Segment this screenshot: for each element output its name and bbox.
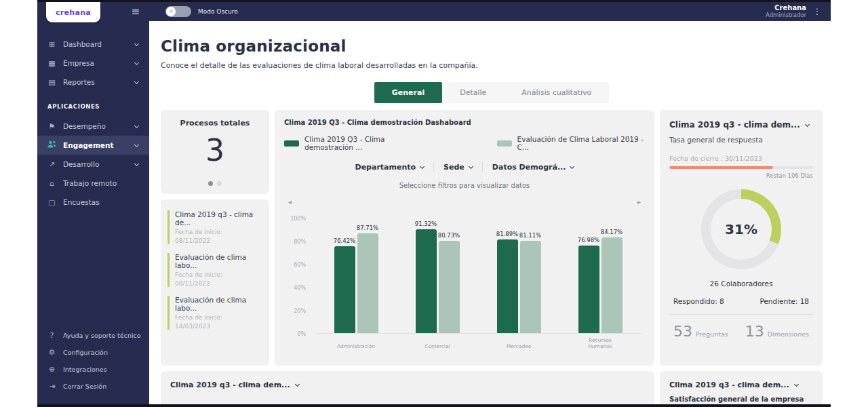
topbar: ☼ Modo Oscuro Crehana Administrador ⋮ <box>149 2 831 21</box>
process-title: Clima 2019 q3 - clima de... <box>175 210 262 227</box>
chevron-down-icon <box>134 142 139 147</box>
sidebar-item-trabajo-remoto[interactable]: ⌂ Trabajo remoto <box>37 174 149 193</box>
sidebar-item-label: Cerrar Sesión <box>63 383 106 390</box>
process-date-label: Fecha de inicio: <box>175 314 262 321</box>
procesos-totales-card: Procesos totales 3 <box>161 110 269 194</box>
sidebar-item-label: Configuración <box>63 349 108 356</box>
sidebar-item-reportes[interactable]: ▤ Reportes <box>37 73 149 92</box>
chart-filters: Departamento Sede Datos Demográ... <box>284 161 645 172</box>
chevron-down-icon <box>570 163 574 168</box>
collaborators-label: 26 Colaboradores <box>669 279 813 288</box>
app-frame: crehana ≡ ⊞ Dashboard ▦ Empresa ▤ Report… <box>37 0 831 407</box>
legend-item: Clima 2019 Q3 - Clima demostración ... <box>284 135 433 151</box>
sidebar: crehana ≡ ⊞ Dashboard ▦ Empresa ▤ Report… <box>37 2 149 404</box>
sidebar-item-label: Ayuda y soporte técnico <box>63 332 141 339</box>
sidebar-item-label: Reportes <box>63 78 95 86</box>
chevron-down-icon <box>134 41 139 46</box>
bar: 76.98% <box>578 246 599 333</box>
bar-value-label: 81.89% <box>496 231 518 237</box>
tab-detalle[interactable]: Detalle <box>442 82 504 103</box>
sidebar-item-dashboard[interactable]: ⊞ Dashboard <box>37 35 149 54</box>
flag-icon: ⚑ <box>47 122 56 131</box>
filter-sede[interactable]: Sede <box>443 163 473 172</box>
carousel-next-icon[interactable]: ▸ <box>637 198 641 206</box>
sidebar-item-desarrollo[interactable]: ↗ Desarrollo <box>37 155 149 174</box>
filter-datos-demograficos[interactable]: Datos Demográ... <box>492 163 574 172</box>
tab-analisis-cualitativo[interactable]: Análisis cualitativo <box>504 82 609 103</box>
sidebar-item-empresa[interactable]: ▦ Empresa <box>37 54 149 73</box>
filter-departamento[interactable]: Departamento <box>355 163 425 172</box>
sidebar-item-label: Encuestas <box>63 198 100 206</box>
help-icon: ? <box>47 331 56 340</box>
legend-item: Evaluación de Clima Laboral 2019 - C... <box>497 135 645 151</box>
list-item[interactable]: Clima 2019 q3 - clima de... Fecha de ini… <box>167 210 262 244</box>
x-axis-label: Recursos Humanos <box>580 337 620 349</box>
bar: 91.32% <box>416 229 437 333</box>
bottom-right-card-subtitle: Satisfacción general de la empresa <box>669 395 813 403</box>
kebab-menu-icon[interactable]: ⋮ <box>813 7 821 16</box>
tab-bar: General Detalle Análisis cualitativo <box>374 82 609 103</box>
legend-swatch <box>284 140 299 147</box>
hamburger-menu-icon[interactable]: ≡ <box>131 5 140 18</box>
sidebar-item-encuestas[interactable]: ▢ Encuestas <box>37 193 149 212</box>
questions-value: 53 <box>673 323 692 340</box>
process-list-card: Clima 2019 q3 - clima de... Fecha de ini… <box>161 199 269 366</box>
chevron-down-icon <box>134 161 139 166</box>
chevron-down-icon <box>420 163 425 168</box>
dimensions-label: Dimensiones <box>768 330 809 338</box>
response-card-header[interactable]: Clima 2019 q3 - clima dem... <box>669 120 813 130</box>
bar-plot: 76.42%87.71%Administración91.32%80.73%Co… <box>315 219 641 334</box>
sidebar-item-cerrar-sesion[interactable]: ⇥ Cerrar Sesión <box>37 378 149 395</box>
bottom-right-card-header[interactable]: Clima 2019 q3 - clima dem... <box>669 381 813 389</box>
bar-value-label: 76.42% <box>334 237 355 244</box>
sidebar-item-label: Empresa <box>63 59 94 67</box>
chevron-down-icon <box>469 163 473 168</box>
chevron-down-icon <box>295 382 300 387</box>
carousel-dots <box>161 181 269 186</box>
bar: 81.89% <box>497 239 518 333</box>
x-axis-label: Comercial <box>417 343 458 349</box>
chart-title: Clima 2019 Q3 - Clima demostración Dasha… <box>284 119 645 126</box>
company-icon: ▦ <box>47 59 56 68</box>
bar-group: 91.32%80.73%Comercial <box>416 219 460 333</box>
sidebar-item-label: Desarrollo <box>63 160 99 168</box>
bar-value-label: 76.98% <box>578 237 599 244</box>
sidebar-item-configuracion[interactable]: ⚙ Configuración <box>37 344 149 361</box>
sidebar-item-desempeno[interactable]: ⚑ Desempeño <box>37 117 149 136</box>
page-subtitle: Conoce el detalle de las evaluaciones de… <box>161 61 823 70</box>
carousel-dot[interactable] <box>208 181 213 186</box>
response-card-title: Clima 2019 q3 - clima dem... <box>669 120 800 130</box>
closing-progress <box>669 166 813 169</box>
reports-icon: ▤ <box>47 78 56 87</box>
sidebar-item-engagement[interactable]: Engagement <box>37 136 149 155</box>
remaining-days-label: Restan 106 Días <box>669 172 813 179</box>
procesos-totales-value: 3 <box>161 133 269 168</box>
account-info[interactable]: Crehana Administrador <box>766 4 806 18</box>
divider <box>669 314 813 315</box>
bar-group: 81.89%81.11%Mercadeo <box>497 219 541 333</box>
legend-label: Evaluación de Clima Laboral 2019 - C... <box>517 135 645 151</box>
sidebar-item-integraciones[interactable]: ⊕ Integraciones <box>37 361 149 378</box>
process-date: 14/03/2023 <box>175 323 262 330</box>
bar-value-label: 84.17% <box>601 229 623 235</box>
dark-mode-toggle[interactable]: ☼ <box>165 6 191 17</box>
divider <box>482 161 483 172</box>
chart-card: Clima 2019 Q3 - Clima demostración Dasha… <box>275 110 654 366</box>
closing-progress-fill <box>669 166 773 169</box>
bar: 80.73% <box>439 241 460 333</box>
bottom-right-card: Clima 2019 q3 - clima dem... Satisfacció… <box>660 371 823 404</box>
x-axis-label: Mercadeo <box>498 343 539 349</box>
divider <box>433 161 434 172</box>
bar: 81.11% <box>520 241 541 333</box>
brand-logo-text: crehana <box>56 8 91 17</box>
sidebar-item-ayuda[interactable]: ? Ayuda y soporte técnico <box>37 327 149 344</box>
list-item[interactable]: Evaluación de clima labo... Fecha de ini… <box>167 253 262 287</box>
list-item[interactable]: Evaluación de clima labo... Fecha de ini… <box>167 296 262 330</box>
carousel-prev-icon[interactable]: ◂ <box>288 198 292 206</box>
bar: 84.17% <box>601 237 623 333</box>
bottom-left-card-header[interactable]: Clima 2019 q3 - clima dem... <box>170 381 645 389</box>
bar-group: 76.98%84.17%Recursos Humanos <box>578 219 623 333</box>
brand-logo[interactable]: crehana <box>46 2 100 22</box>
tab-general[interactable]: General <box>374 82 442 103</box>
carousel-dot[interactable] <box>217 181 222 186</box>
